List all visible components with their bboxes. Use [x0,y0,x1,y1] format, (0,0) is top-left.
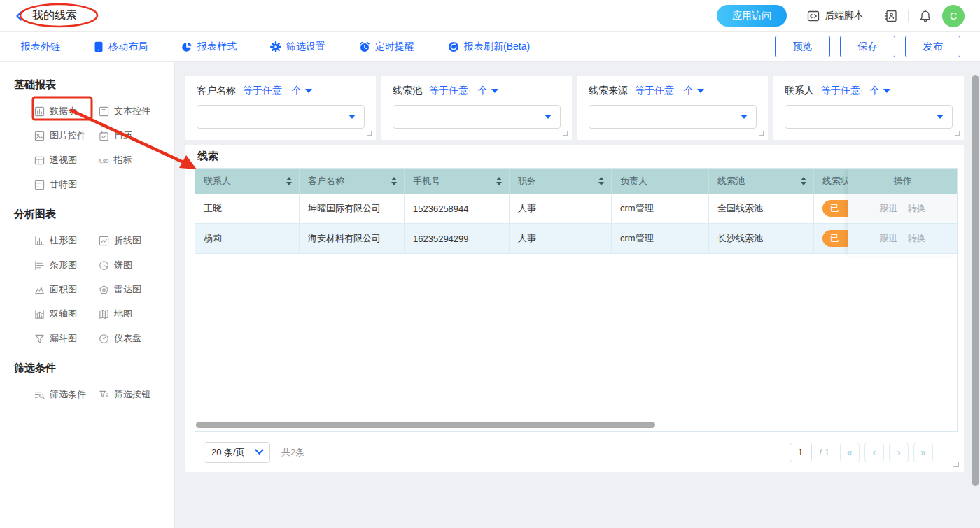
sidebar-item-data-table[interactable]: 数据表 [34,105,98,117]
filter-value-select[interactable] [197,105,365,129]
first-page-button[interactable]: « [840,443,860,462]
sidebar-item-filter-condition[interactable]: 筛选条件 [34,388,98,401]
publish-button[interactable]: 发布 [905,36,960,57]
toolbar-item-mobile-layout[interactable]: 移动布局 [94,41,148,53]
column-header-pool[interactable]: 线索池 [709,169,814,194]
chart-style-icon [181,41,192,52]
calendar-icon [98,130,109,141]
sidebar-item-pie-chart[interactable]: 饼图 [98,259,174,271]
app-header: 我的线索 应用访问 后端脚本 C [0,0,980,32]
follow-up-link[interactable]: 跟进 [880,232,898,245]
notifications-button[interactable] [918,9,932,23]
backend-script-button[interactable]: 后端脚本 [807,10,864,22]
section-title-basic-reports: 基础报表 [14,78,174,92]
sidebar-item-column-chart[interactable]: 柱形图 [34,234,98,247]
sidebar-item-text-widget[interactable]: 文本控件 [98,105,174,117]
prev-page-button[interactable]: ‹ [864,443,884,462]
divider [874,10,874,22]
sort-icon[interactable] [801,177,806,185]
convert-link[interactable]: 转换 [908,202,926,215]
caret-down-icon [545,115,552,119]
app-access-button[interactable]: 应用访问 [717,5,787,27]
sidebar-item-image-widget[interactable]: 图片控件 [34,129,98,142]
resize-handle[interactable] [563,131,568,136]
gauge-icon [98,333,109,344]
toolbar-item-external-link[interactable]: 报表外链 [21,41,60,53]
column-header-owner[interactable]: 负责人 [612,169,709,194]
bar-chart-icon [34,259,45,271]
preview-button[interactable]: 预览 [775,36,830,57]
sidebar-item-dual-axis-chart[interactable]: 双轴图 [34,308,98,320]
sort-icon[interactable] [286,177,292,185]
sort-icon[interactable] [598,177,604,185]
vertical-scrollbar[interactable] [972,75,979,486]
sort-icon[interactable] [496,177,502,185]
cell-position: 人事 [510,194,612,223]
last-page-button[interactable]: » [913,443,933,462]
table-title: 线索 [197,150,218,163]
text-widget-icon [98,106,109,117]
filter-condition-dropdown[interactable]: 等于任意一个 [821,85,890,97]
next-page-button[interactable]: › [889,443,909,462]
contacts-book-button[interactable] [884,9,898,23]
toolbar-item-scheduled-reminder[interactable]: 定时提醒 [359,41,414,53]
table-row[interactable]: 王晓 坤曜国际有限公司 15236258944 人事 crm管理 全国线索池 已 [195,194,957,224]
cell-position: 人事 [510,224,612,253]
sidebar-item-line-chart[interactable]: 折线图 [98,234,174,247]
filter-value-select[interactable] [589,105,757,129]
sidebar-item-gauge[interactable]: 仪表盘 [98,332,174,345]
back-button[interactable] [14,10,25,22]
sidebar-item-filter-button[interactable]: 筛选按钮 [98,388,174,401]
avatar[interactable]: C [942,5,965,27]
save-button[interactable]: 保存 [840,36,895,57]
horizontal-scrollbar[interactable] [196,422,655,428]
sidebar-item-area-chart[interactable]: 面积图 [34,283,98,296]
filter-widget-lead-source[interactable]: 线索来源 等于任意一个 [578,76,768,140]
follow-up-link[interactable]: 跟进 [880,202,898,215]
resize-handle[interactable] [953,462,959,467]
filter-condition-dropdown[interactable]: 等于任意一个 [243,85,312,97]
resize-handle[interactable] [759,131,764,136]
leads-table-widget[interactable]: 线索 联系人 客户名称 手机号 职务 [186,145,964,472]
filter-value-select[interactable] [785,105,953,129]
column-header-phone[interactable]: 手机号 [405,169,510,194]
column-header-position[interactable]: 职务 [510,169,612,194]
sidebar-item-calendar[interactable]: 日历 [98,129,174,142]
filter-widget-contact[interactable]: 联系人 等于任意一个 [774,76,964,140]
report-canvas: 客户名称 等于任意一个 线索池 等于任意一个 线索来源 [175,62,980,528]
filter-condition-dropdown[interactable]: 等于任意一个 [635,85,704,97]
filter-widget-lead-pool[interactable]: 线索池 等于任意一个 [382,76,572,140]
convert-link[interactable]: 转换 [908,232,926,245]
section-title-analysis-charts: 分析图表 [14,208,174,221]
dual-axis-icon [34,308,45,320]
resize-handle[interactable] [955,131,960,136]
caret-down-icon [697,89,704,93]
filter-condition-dropdown[interactable]: 等于任意一个 [429,85,498,97]
table-row[interactable]: 杨莉 海安材料有限公司 16235294299 人事 crm管理 长沙线索池 已 [195,224,957,254]
filter-label: 线索来源 [589,85,628,97]
sidebar-item-indicator[interactable]: 4,80 指标 [98,154,174,166]
sort-icon[interactable] [391,177,397,185]
sidebar-item-funnel-chart[interactable]: 漏斗图 [34,332,98,345]
column-header-contact[interactable]: 联系人 [195,169,300,194]
column-header-company[interactable]: 客户名称 [300,169,405,194]
report-toolbar: 报表外链 移动布局 报表样式 筛选设置 定时提醒 报表刷新(Beta) 预览 保… [0,32,980,62]
filter-widget-customer-name[interactable]: 客户名称 等于任意一个 [186,76,376,140]
sidebar-item-map[interactable]: 地图 [98,308,174,320]
sidebar-item-pivot-table[interactable]: 透视图 [34,154,98,166]
page-number-input[interactable] [790,443,812,462]
caret-down-icon [305,89,312,93]
toolbar-item-report-style[interactable]: 报表样式 [181,41,237,53]
filter-value-select[interactable] [393,105,561,129]
page-size-select[interactable]: 20 条/页 [204,442,270,463]
cell-owner: crm管理 [612,224,709,253]
sidebar-item-bar-chart[interactable]: 条形图 [34,259,98,271]
divider [797,10,797,22]
resize-handle[interactable] [367,131,372,136]
toolbar-item-filter-settings[interactable]: 筛选设置 [270,41,326,53]
toolbar-item-report-refresh[interactable]: 报表刷新(Beta) [448,41,530,53]
cell-contact: 王晓 [195,194,300,223]
sidebar-item-radar-chart[interactable]: 雷达图 [98,283,174,296]
table-scroll-region: 联系人 客户名称 手机号 职务 负责人 [195,168,958,432]
sidebar-item-gantt[interactable]: 甘特图 [34,178,98,191]
